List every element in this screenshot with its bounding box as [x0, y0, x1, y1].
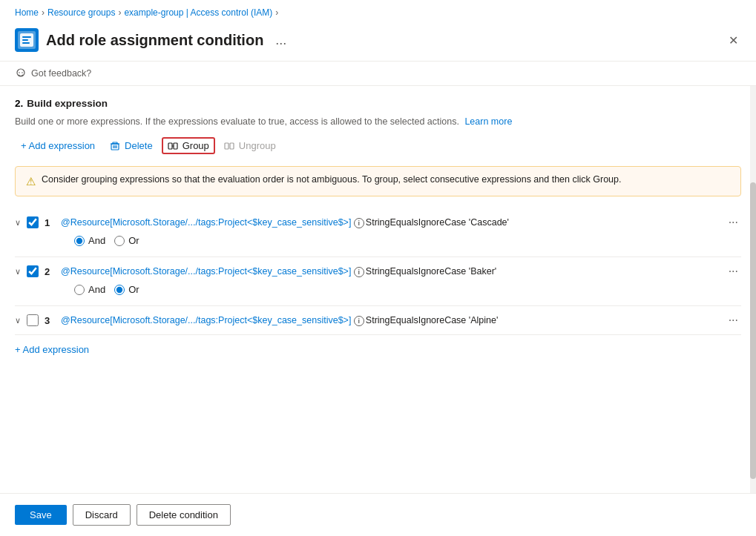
ungroup-label: Ungroup: [239, 140, 276, 151]
feedback-text: Got feedback?: [31, 68, 91, 79]
add-expression-button[interactable]: + Add expression: [15, 137, 101, 154]
expr-main-3: ∨3@Resource[Microsoft.Storage/.../tags:P…: [15, 314, 741, 327]
toolbar: + Add expression Delete: [15, 137, 741, 154]
connector-or-1[interactable]: Or: [114, 235, 139, 246]
save-button[interactable]: Save: [15, 505, 67, 525]
expr-chevron-1[interactable]: ∨: [15, 218, 21, 228]
delete-condition-button[interactable]: Delete condition: [137, 504, 231, 526]
ungroup-icon: [224, 141, 234, 151]
radio-or-1[interactable]: [114, 236, 125, 246]
info-icon-1: i: [354, 218, 364, 228]
connector-row-2: AndOr: [15, 278, 741, 298]
main-panel: Home › Resource groups › example-group |…: [0, 0, 756, 536]
svg-point-7: [19, 72, 20, 73]
radio-or-2[interactable]: [114, 285, 125, 295]
condition-icon: [15, 28, 39, 52]
expr-main-1: ∨1@Resource[Microsoft.Storage/.../tags:P…: [15, 216, 741, 229]
radio-and-1[interactable]: [74, 236, 85, 246]
discard-button[interactable]: Discard: [73, 504, 131, 526]
scrollbar-track[interactable]: [750, 86, 756, 493]
warning-banner: ⚠ Consider grouping expressions so that …: [15, 166, 741, 196]
expr-checkbox-1[interactable]: [27, 216, 39, 228]
section-number: 2.: [15, 98, 23, 109]
expr-chevron-2[interactable]: ∨: [15, 267, 21, 277]
group-button[interactable]: Group: [162, 137, 215, 154]
breadcrumb-example-group[interactable]: example-group | Access control (IAM): [124, 7, 272, 18]
header-left: Add role assignment condition ...: [15, 28, 291, 52]
add-expression-link-label: + Add expression: [15, 344, 89, 355]
delete-icon: [110, 141, 120, 151]
header-more-button[interactable]: ...: [271, 31, 291, 50]
expression-row-2: ∨2@Resource[Microsoft.Storage/.../tags:P…: [15, 257, 741, 306]
svg-rect-4: [22, 39, 28, 41]
svg-rect-3: [22, 36, 31, 38]
page-title: Add role assignment condition: [46, 32, 263, 49]
feedback-bar: Got feedback?: [0, 62, 756, 86]
svg-rect-18: [225, 143, 229, 149]
connector-and-1[interactable]: And: [74, 235, 105, 246]
info-icon-3: i: [354, 316, 364, 326]
breadcrumb-resource-groups[interactable]: Resource groups: [47, 7, 115, 18]
connector-row-1: AndOr: [15, 229, 741, 249]
expr-operator-3: StringEqualsIgnoreCase: [366, 315, 469, 325]
expr-main-2: ∨2@Resource[Microsoft.Storage/.../tags:P…: [15, 265, 741, 278]
expr-value-3: 'Alpine': [469, 315, 499, 325]
expr-text-1[interactable]: @Resource[Microsoft.Storage/.../tags:Pro…: [61, 217, 720, 228]
expr-chevron-3[interactable]: ∨: [15, 316, 21, 325]
connector-or-2[interactable]: Or: [114, 284, 139, 295]
warning-text: Consider grouping expressions so that th…: [42, 174, 621, 185]
content-area: 2. Build expression Build one or more ex…: [0, 86, 756, 493]
info-icon-2: i: [354, 267, 364, 277]
svg-rect-14: [113, 142, 117, 144]
delete-label: Delete: [125, 140, 153, 151]
group-label: Group: [183, 140, 209, 151]
expr-more-2[interactable]: ···: [726, 265, 741, 278]
close-button[interactable]: ✕: [726, 30, 741, 50]
expr-number-1: 1: [45, 217, 55, 228]
expr-more-1[interactable]: ···: [726, 216, 741, 229]
section-description: Build one or more expressions. If the ex…: [15, 116, 741, 127]
expr-value-1: 'Cascade': [469, 217, 509, 228]
learn-more-link[interactable]: Learn more: [464, 116, 512, 127]
expr-text-3[interactable]: @Resource[Microsoft.Storage/.../tags:Pro…: [61, 315, 720, 326]
expr-operator-1: StringEqualsIgnoreCase: [366, 217, 469, 228]
expr-value-2: 'Baker': [469, 266, 496, 277]
scrollbar-thumb[interactable]: [750, 182, 756, 479]
expr-checkbox-3[interactable]: [27, 314, 39, 326]
expr-more-3[interactable]: ···: [726, 314, 741, 327]
delete-button[interactable]: Delete: [104, 137, 159, 154]
svg-point-6: [17, 69, 24, 76]
warning-icon: ⚠: [26, 175, 36, 188]
breadcrumb-home[interactable]: Home: [15, 7, 39, 18]
feedback-icon: [15, 67, 27, 79]
svg-rect-15: [168, 143, 172, 149]
connector-and-2[interactable]: And: [74, 284, 105, 295]
svg-rect-16: [174, 143, 177, 149]
expr-number-3: 3: [45, 315, 55, 326]
ungroup-button[interactable]: Ungroup: [218, 137, 282, 154]
add-expression-label: + Add expression: [21, 140, 95, 151]
group-icon: [168, 141, 178, 151]
svg-point-8: [22, 72, 23, 73]
expression-row-3: ∨3@Resource[Microsoft.Storage/.../tags:P…: [15, 306, 741, 335]
radio-and-2[interactable]: [74, 285, 85, 295]
add-expression-link[interactable]: + Add expression: [15, 344, 89, 355]
breadcrumb: Home › Resource groups › example-group |…: [0, 0, 756, 22]
expr-text-2[interactable]: @Resource[Microsoft.Storage/.../tags:Pro…: [61, 266, 720, 277]
svg-rect-5: [22, 42, 30, 44]
expr-checkbox-2[interactable]: [27, 265, 39, 277]
footer: Save Discard Delete condition: [0, 493, 756, 536]
expr-number-2: 2: [45, 266, 55, 277]
section-title: Build expression: [27, 98, 108, 109]
expression-row-1: ∨1@Resource[Microsoft.Storage/.../tags:P…: [15, 208, 741, 257]
svg-rect-19: [230, 143, 234, 149]
page-header: Add role assignment condition ... ✕: [0, 22, 756, 62]
expr-operator-2: StringEqualsIgnoreCase: [366, 266, 469, 277]
expressions-container: ∨1@Resource[Microsoft.Storage/.../tags:P…: [15, 208, 741, 335]
